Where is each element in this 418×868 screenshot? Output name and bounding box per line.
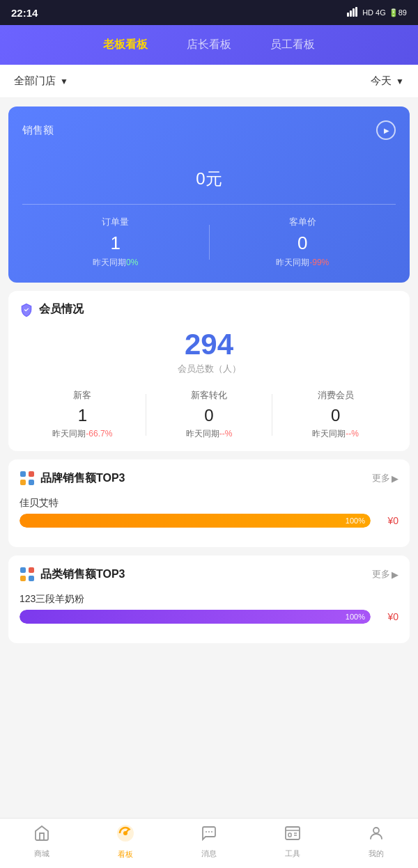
signal-icon: [347, 7, 359, 19]
nav-mine-label: 我的: [369, 849, 384, 859]
sales-card: 销售额 0元 订单量 1 昨天同期0% 客单价 0 昨天同期-99%: [8, 106, 410, 283]
status-icons: HD 4G 🔋89: [347, 7, 407, 19]
avg-compare-pct: -99%: [309, 258, 329, 267]
nav-tools[interactable]: 工具: [251, 825, 334, 859]
category-bar-row-0: 100% ¥0: [20, 610, 398, 624]
svg-rect-9: [29, 567, 34, 573]
avg-price-stat: 客单价 0 昨天同期-99%: [210, 216, 396, 269]
avg-compare-label: 昨天同期: [276, 258, 309, 267]
sales-amount: 0元: [22, 151, 396, 193]
shield-icon: [20, 303, 33, 317]
nav-tools-label: 工具: [285, 849, 300, 859]
ncc-compare-pct: --%: [219, 429, 233, 439]
new-customer-value: 1: [20, 406, 146, 425]
sales-value: 0: [196, 169, 205, 188]
tools-icon: [284, 825, 301, 846]
member-stats: 新客 1 昨天同期-66.7% 新客转化 0 昨天同期--% 消费会员 0: [20, 389, 398, 440]
nc-compare-pct: -66.7%: [86, 429, 112, 439]
svg-point-22: [373, 828, 379, 833]
svg-point-14: [206, 831, 207, 833]
nav-message[interactable]: 消息: [167, 825, 251, 859]
member-section: 会员情况 294 会员总数（人） 新客 1 昨天同期-66.7% 新客转化 0 …: [8, 291, 410, 451]
nav-dashboard[interactable]: 看板: [84, 824, 167, 860]
svg-rect-4: [20, 471, 26, 477]
bottom-nav: 商城 看板 消息: [0, 818, 418, 868]
brand-title: 品牌销售额TOP3: [40, 471, 125, 486]
nav-shop-label: 商城: [34, 849, 49, 859]
new-customer-label: 新客: [20, 389, 146, 402]
category-more-button[interactable]: 更多 ▶: [372, 568, 398, 581]
play-button[interactable]: [376, 120, 396, 140]
category-more-label: 更多: [372, 568, 390, 581]
svg-rect-7: [29, 480, 34, 485]
brand-top3-section: 品牌销售额TOP3 更多 ▶ 佳贝艾特 100% ¥0: [8, 459, 410, 547]
mine-icon: [368, 825, 385, 846]
ncc-label: 新客转化: [146, 389, 272, 402]
svg-rect-2: [353, 8, 355, 17]
time-label: 今天: [371, 74, 392, 88]
tab-manager[interactable]: 店长看板: [181, 35, 237, 55]
sales-title-text: 销售额: [22, 124, 54, 137]
category-bar-fill-0: 100%: [20, 610, 371, 624]
category-item-0: 123三段羊奶粉 100% ¥0: [20, 593, 398, 624]
nav-mine[interactable]: 我的: [334, 825, 418, 859]
avg-price-label: 客单价: [210, 216, 396, 228]
nav-dashboard-label: 看板: [118, 849, 133, 860]
svg-point-15: [208, 831, 210, 833]
member-header: 会员情况: [20, 302, 398, 317]
nc-compare-label: 昨天同期: [52, 429, 86, 439]
order-count-value: 1: [22, 232, 209, 254]
sales-card-header: 销售额: [22, 120, 396, 140]
time-arrow-icon: ▼: [396, 77, 404, 86]
sales-stats: 订单量 1 昨天同期0% 客单价 0 昨天同期-99%: [22, 216, 396, 269]
message-icon: [201, 825, 217, 846]
brand-bar-bg-0: 100%: [20, 514, 371, 528]
category-top3-section: 品类销售额TOP3 更多 ▶ 123三段羊奶粉 100% ¥0: [8, 555, 410, 643]
brand-more-arrow: ▶: [392, 473, 398, 484]
svg-rect-8: [20, 567, 26, 573]
cm-compare-label: 昨天同期: [312, 429, 346, 439]
cm-label: 消费会员: [272, 389, 398, 402]
new-customer-conversion-stat: 新客转化 0 昨天同期--%: [146, 389, 272, 440]
order-count-compare: 昨天同期0%: [22, 257, 209, 269]
shop-icon: [33, 825, 50, 846]
category-header: 品类销售额TOP3 更多 ▶: [20, 567, 398, 582]
sales-divider: [22, 204, 396, 205]
svg-rect-6: [20, 480, 26, 485]
brand-more-button[interactable]: 更多 ▶: [372, 472, 398, 484]
new-customer-compare: 昨天同期-66.7%: [20, 428, 146, 440]
category-pct-0: 100%: [346, 613, 365, 621]
nav-shop[interactable]: 商城: [0, 825, 84, 859]
brand-name-0: 佳贝艾特: [20, 497, 398, 510]
nav-message-label: 消息: [201, 849, 217, 859]
ncc-compare-label: 昨天同期: [186, 429, 219, 439]
new-customer-stat: 新客 1 昨天同期-66.7%: [20, 389, 146, 440]
status-bar: 22:14 HD 4G 🔋89: [0, 0, 418, 25]
filter-bar: 全部门店 ▼ 今天 ▼: [0, 65, 418, 98]
cm-value: 0: [272, 406, 398, 425]
svg-rect-5: [29, 471, 34, 477]
tab-boss[interactable]: 老板看板: [98, 35, 153, 55]
category-bar-bg-0: 100%: [20, 610, 371, 624]
category-grid-icon: [20, 567, 35, 582]
svg-rect-3: [355, 7, 357, 17]
brand-more-label: 更多: [372, 472, 390, 484]
dashboard-icon: [116, 824, 134, 846]
store-arrow-icon: ▼: [60, 77, 68, 86]
brand-pct-0: 100%: [346, 516, 365, 525]
tab-staff[interactable]: 员工看板: [265, 35, 320, 55]
category-more-arrow: ▶: [392, 569, 398, 580]
member-count: 294 会员总数（人）: [20, 328, 398, 375]
svg-point-16: [211, 831, 212, 833]
header-tabs: 老板看板 店长看板 员工看板: [0, 25, 418, 65]
order-compare-label: 昨天同期: [93, 258, 126, 267]
brand-price-0: ¥0: [378, 515, 398, 526]
order-count-stat: 订单量 1 昨天同期0%: [22, 216, 209, 269]
network-label: HD 4G: [362, 8, 386, 17]
svg-rect-10: [20, 576, 26, 581]
store-filter[interactable]: 全部门店 ▼: [14, 74, 68, 88]
brand-header: 品牌销售额TOP3 更多 ▶: [20, 471, 398, 486]
time-filter[interactable]: 今天 ▼: [371, 74, 404, 88]
member-total: 294: [20, 328, 398, 361]
svg-rect-17: [286, 827, 300, 839]
